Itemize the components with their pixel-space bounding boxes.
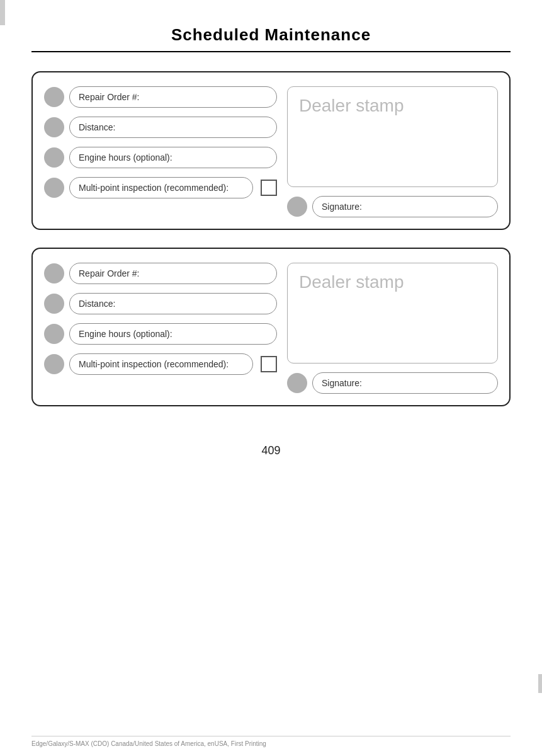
signature-icon-2 — [287, 373, 307, 393]
engine-hours-icon-1 — [44, 147, 64, 168]
page-footer: Edge/Galaxy/S-MAX (CDO) Canada/United St… — [31, 736, 511, 747]
multipoint-field-2[interactable]: Multi-point inspection (recommended): — [69, 353, 253, 375]
multipoint-row-2: Multi-point inspection (recommended): — [44, 353, 277, 375]
engine-hours-label-1: Engine hours (optional): — [79, 152, 172, 163]
multipoint-icon-1 — [44, 178, 64, 198]
distance-icon-1 — [44, 117, 64, 137]
repair-order-icon-1 — [44, 87, 64, 107]
maintenance-card-2: Repair Order #: Distance: Engine hours (… — [31, 248, 511, 406]
right-edge-mark — [538, 674, 542, 693]
repair-order-row-2: Repair Order #: — [44, 263, 277, 284]
multipoint-checkbox-2[interactable] — [261, 356, 277, 372]
distance-row-2: Distance: — [44, 293, 277, 314]
multipoint-checkbox-1[interactable] — [261, 180, 277, 196]
distance-field-1[interactable]: Distance: — [69, 117, 277, 138]
engine-hours-icon-2 — [44, 324, 64, 344]
signature-label-1: Signature: — [322, 202, 362, 212]
multipoint-icon-2 — [44, 354, 64, 374]
engine-hours-row-1: Engine hours (optional): — [44, 147, 277, 168]
footer-text: Edge/Galaxy/S-MAX (CDO) Canada/United St… — [31, 740, 266, 747]
repair-order-row-1: Repair Order #: — [44, 86, 277, 108]
engine-hours-field-1[interactable]: Engine hours (optional): — [69, 147, 277, 168]
dealer-stamp-label-2: Dealer stamp — [299, 272, 404, 292]
page-title: Scheduled Maintenance — [31, 25, 511, 45]
signature-field-2[interactable]: Signature: — [312, 372, 498, 394]
repair-order-field-2[interactable]: Repair Order #: — [69, 263, 277, 284]
distance-label-2: Distance: — [79, 299, 115, 309]
title-divider — [31, 51, 511, 52]
card-1-left: Repair Order #: Distance: Engine hours (… — [44, 86, 277, 217]
multipoint-field-1[interactable]: Multi-point inspection (recommended): — [69, 177, 253, 198]
engine-hours-field-2[interactable]: Engine hours (optional): — [69, 323, 277, 345]
dealer-stamp-box-1: Dealer stamp — [287, 86, 498, 187]
multipoint-row-1: Multi-point inspection (recommended): — [44, 177, 277, 198]
card-2-right: Dealer stamp Signature: — [287, 263, 498, 394]
distance-field-2[interactable]: Distance: — [69, 293, 277, 314]
signature-row-2: Signature: — [287, 372, 498, 394]
distance-icon-2 — [44, 294, 64, 314]
engine-hours-row-2: Engine hours (optional): — [44, 323, 277, 345]
signature-label-2: Signature: — [322, 378, 362, 388]
dealer-stamp-label-1: Dealer stamp — [299, 96, 404, 116]
dealer-stamp-box-2: Dealer stamp — [287, 263, 498, 364]
signature-icon-1 — [287, 197, 307, 217]
card-2-left: Repair Order #: Distance: Engine hours (… — [44, 263, 277, 394]
multipoint-label-1: Multi-point inspection (recommended): — [79, 183, 229, 193]
multipoint-label-2: Multi-point inspection (recommended): — [79, 359, 229, 369]
distance-row-1: Distance: — [44, 117, 277, 138]
signature-row-1: Signature: — [287, 196, 498, 217]
repair-order-icon-2 — [44, 263, 64, 284]
signature-field-1[interactable]: Signature: — [312, 196, 498, 217]
repair-order-field-1[interactable]: Repair Order #: — [69, 86, 277, 108]
card-1-right: Dealer stamp Signature: — [287, 86, 498, 217]
distance-label-1: Distance: — [79, 122, 115, 132]
maintenance-card-1: Repair Order #: Distance: Engine hours (… — [31, 71, 511, 230]
left-edge-mark — [0, 0, 5, 25]
page-number: 409 — [31, 444, 511, 457]
repair-order-label-1: Repair Order #: — [79, 92, 139, 102]
repair-order-label-2: Repair Order #: — [79, 268, 139, 278]
page-container: Scheduled Maintenance Repair Order #: Di… — [0, 0, 542, 756]
engine-hours-label-2: Engine hours (optional): — [79, 329, 172, 339]
